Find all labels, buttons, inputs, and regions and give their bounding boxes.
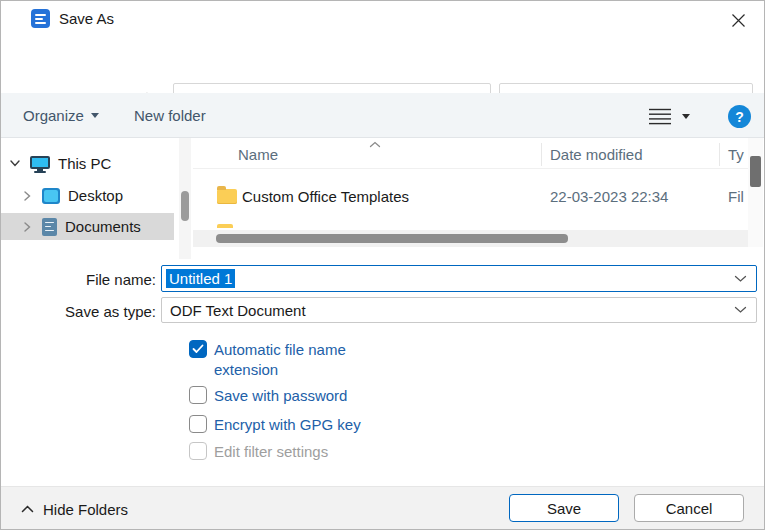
caret-down-icon (682, 114, 690, 119)
tree-item-this-pc[interactable]: This PC (1, 150, 174, 177)
option-label: Encrypt with GPG key (214, 415, 361, 435)
option-save-with-password[interactable]: Save with password (189, 386, 347, 406)
cancel-button[interactable]: Cancel (634, 494, 744, 522)
close-button[interactable] (725, 7, 751, 33)
help-label: ? (735, 109, 744, 125)
vertical-scrollbar-thumb[interactable] (750, 156, 761, 187)
this-pc-icon (30, 155, 50, 173)
organize-label: Organize (23, 107, 84, 124)
command-toolbar: Organize New folder (1, 93, 764, 138)
checkbox-checked-icon[interactable] (189, 340, 207, 358)
column-header-type[interactable]: Ty (728, 146, 744, 163)
navigation-bar: This... Docum... (1, 39, 764, 93)
checkbox-unchecked-icon[interactable] (189, 415, 207, 433)
checkbox-unchecked-icon[interactable] (189, 386, 207, 404)
hide-folders-button[interactable]: Hide Folders (21, 494, 128, 524)
chevron-down-icon[interactable] (734, 275, 747, 283)
save-button[interactable]: Save (509, 494, 619, 522)
window-title: Save As (59, 10, 114, 27)
main-area: This PC Desktop Documents (1, 138, 764, 259)
checkbox-disabled-icon (189, 442, 207, 460)
option-encrypt-gpg[interactable]: Encrypt with GPG key (189, 415, 361, 435)
close-icon (731, 13, 746, 28)
file-name-label: File name: (1, 271, 156, 288)
option-label: Edit filter settings (214, 442, 328, 462)
option-label: Automatic file name extension (214, 340, 364, 380)
titlebar: Save As (1, 1, 764, 39)
save-as-dialog: Save As This... Docum... (0, 0, 765, 530)
chevron-up-icon (21, 505, 34, 513)
column-divider[interactable] (541, 143, 542, 166)
folder-icon (217, 189, 237, 204)
view-options-dropdown[interactable] (677, 101, 695, 131)
partially-visible-folder-icon (217, 224, 233, 228)
file-type-cell: Fil (728, 188, 744, 205)
file-name-cell: Custom Office Templates (242, 188, 409, 205)
change-view-button[interactable] (643, 101, 677, 131)
new-folder-label: New folder (134, 107, 206, 124)
vertical-scrollbar[interactable] (748, 138, 763, 247)
hide-folders-label: Hide Folders (43, 501, 128, 518)
documents-icon (42, 218, 57, 236)
column-divider[interactable] (719, 143, 720, 166)
save-as-type-value: ODF Text Document (170, 302, 306, 319)
file-name-value: Untitled 1 (166, 269, 235, 288)
option-label: Save with password (214, 386, 347, 406)
help-button[interactable]: ? (728, 105, 751, 128)
tree-item-label: This PC (58, 155, 111, 172)
tree-item-documents[interactable]: Documents (1, 213, 174, 240)
chevron-expanded-icon[interactable] (10, 160, 20, 167)
footer: Hide Folders Save Cancel (1, 486, 764, 530)
tree-item-desktop[interactable]: Desktop (1, 182, 174, 209)
chevron-collapsed-icon[interactable] (22, 191, 32, 201)
save-as-type-label: Save as type: (1, 303, 156, 320)
sort-ascending-icon (369, 134, 381, 151)
list-view-icon (649, 108, 671, 125)
save-as-type-select[interactable]: ODF Text Document (161, 297, 757, 323)
tree-scrollbar-thumb[interactable] (181, 191, 189, 221)
column-header-date-modified[interactable]: Date modified (550, 146, 643, 163)
folder-tree: This PC Desktop Documents (1, 138, 179, 259)
writer-document-icon (31, 9, 50, 28)
column-header-name[interactable]: Name (238, 146, 278, 163)
tree-item-label: Desktop (68, 187, 123, 204)
chevron-down-icon[interactable] (734, 306, 747, 314)
caret-down-icon (91, 113, 99, 118)
file-list-header: Name Date modified Ty (193, 140, 748, 169)
organize-button[interactable]: Organize (23, 93, 99, 137)
chevron-collapsed-icon[interactable] (22, 222, 32, 232)
desktop-icon (42, 188, 60, 204)
file-name-input[interactable]: Untitled 1 (161, 265, 757, 292)
option-automatic-extension[interactable]: Automatic file name extension (189, 340, 364, 380)
file-row-custom-office-templates[interactable]: Custom Office Templates 22-03-2023 22:34… (193, 181, 738, 213)
tree-item-label: Documents (65, 218, 141, 235)
horizontal-scrollbar-thumb[interactable] (216, 234, 568, 243)
option-edit-filter-settings: Edit filter settings (189, 442, 328, 462)
tree-scrollbar[interactable] (179, 138, 191, 259)
new-folder-button[interactable]: New folder (134, 93, 206, 137)
file-date-cell: 22-03-2023 22:34 (550, 188, 668, 205)
horizontal-scrollbar[interactable] (193, 230, 748, 247)
